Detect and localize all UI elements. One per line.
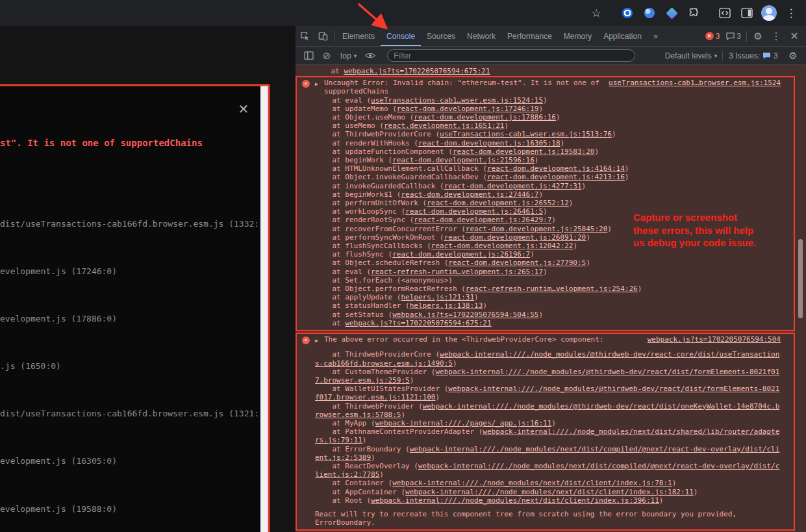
stack-text: at Object.useMemo ( (315, 113, 414, 121)
page-scrollbar[interactable] (260, 85, 268, 532)
source-link[interactable]: webpack-internal:///./node_modules/next/… (405, 488, 694, 496)
error-source-link[interactable]: webpack.js?ts=1702205076594:504 (648, 335, 781, 344)
stack-text: ) (625, 173, 629, 181)
tab-console[interactable]: Console (381, 26, 421, 46)
bookmark-star-icon[interactable]: ☆ (585, 2, 607, 24)
live-expression-eye-icon[interactable] (361, 52, 379, 59)
tab-network[interactable]: Network (461, 26, 501, 46)
extension-gem-glyph (666, 7, 677, 19)
source-link[interactable]: react-dom.development.js:4213:16 (487, 173, 625, 181)
devtools-settings-gear-icon[interactable]: ⚙ (749, 31, 767, 42)
source-link[interactable]: react.development.js:1651:21 (384, 121, 504, 130)
more-tabs-chevron[interactable]: » (648, 26, 664, 46)
tab-application[interactable]: Application (598, 26, 648, 46)
source-link[interactable]: react-dom.development.js:16305:18 (418, 139, 560, 147)
source-link[interactable]: react-dom.development.js:27790:5 (448, 259, 586, 267)
source-link[interactable]: webpack.js?ts=1702205076594:675:21 (345, 319, 491, 327)
devtools-close-icon[interactable]: ✕ (785, 30, 803, 42)
overlay-stack-frame[interactable]: evelopment.js (19588:0) (0, 504, 260, 532)
error-message: Uncaught Error: Invalid chain: "ethereum… (324, 79, 599, 95)
source-link[interactable]: react-dom.development.js:17246:19 (397, 105, 539, 113)
tab-sources[interactable]: Sources (421, 26, 461, 46)
device-toolbar-icon[interactable] (314, 26, 332, 46)
stack-frame: at flushSync (react-dom.development.js:2… (315, 250, 781, 259)
issues-counter[interactable]: 3 Issues: 3 (722, 51, 784, 60)
devtools-code-icon[interactable] (714, 2, 736, 24)
source-link[interactable]: react-dom.development.js:4164:14 (487, 164, 625, 173)
devtools-tabbar-right: ✕ 3 3 ⚙ ⋮ ✕ (702, 26, 806, 46)
clear-console-icon[interactable]: ⊘ (318, 50, 336, 62)
overlay-stack-frame[interactable]: evelopment.js (17886:0) (0, 314, 260, 361)
extension-analytics-icon[interactable] (638, 2, 661, 24)
extensions-puzzle-icon[interactable] (683, 2, 705, 24)
stack-text: ) (535, 156, 539, 164)
stack-text: ) (362, 436, 367, 444)
source-link[interactable]: helpers.js:138:13 (410, 301, 483, 310)
source-link[interactable]: react-refresh-runtim…velopment.js:254:26 (466, 285, 638, 293)
tab-elements[interactable]: Elements (336, 26, 381, 46)
source-link[interactable]: react-dom.development.js:17886:16 (414, 113, 556, 121)
source-link[interactable]: react-dom.development.js:26196:7 (392, 250, 530, 259)
console-messages: at webpack.js?ts=1702205076594:675:21 ✕ … (296, 65, 806, 532)
stack-frame: at PathnameContextProviderAdapter (webpa… (315, 427, 781, 444)
source-link[interactable]: react-dom.development.js:26091:20 (444, 233, 586, 242)
side-panel-icon[interactable] (736, 2, 758, 24)
error-source-link[interactable]: useTransactions-cab1…browser.esm.js:1524 (609, 79, 781, 87)
extension-gem-icon[interactable] (661, 2, 683, 24)
source-link[interactable]: useTransactions-cab1…wser.esm.js:1513:76 (440, 130, 612, 138)
stack-text: ) (556, 113, 560, 121)
source-link[interactable]: react-dom.development.js:27446:7 (401, 190, 538, 199)
source-link[interactable]: react-dom.development.js:4277:31 (444, 182, 582, 190)
source-link[interactable]: react-dom.development.js:25845:20 (466, 225, 608, 233)
overlay-error-text: st". It is not one of supportedChains (0, 138, 203, 148)
error-footer-text: React will try to recreate this componen… (315, 510, 781, 527)
tab-performance[interactable]: Performance (501, 26, 558, 46)
source-link[interactable]: helpers.js:121:31 (401, 293, 474, 301)
stack-frame: at flushSyncCallbacks (react-dom.develop… (315, 242, 781, 250)
overlay-close-icon[interactable]: ✕ (235, 101, 252, 118)
stack-text: at ThirdwebProviderCore ( (315, 130, 440, 138)
tab-memory[interactable]: Memory (558, 26, 598, 46)
source-link[interactable]: react-dom.development.js:26461:5 (405, 207, 543, 216)
source-link[interactable]: react-dom.development.js:26429:7 (414, 216, 551, 224)
source-link[interactable]: webpack-internal:///./pages/_app.js:16:1… (375, 419, 552, 427)
source-link[interactable]: webpack-internal:///./node_modules/next/… (392, 479, 672, 487)
stack-frame: at ThirdwebProvider (webpack-internal://… (315, 402, 781, 419)
source-link[interactable]: react-refresh-runtim…velopment.js:265:17 (371, 268, 543, 276)
console-settings-gear-icon[interactable]: ⚙ (784, 50, 802, 62)
source-link[interactable]: webpack-internal:///./node_modules/next/… (371, 496, 659, 505)
overlay-stack-frame[interactable]: evelopment.js (16305:0) (0, 456, 260, 503)
log-levels-dropdown[interactable]: Default levels ▾ (660, 51, 723, 60)
context-selector[interactable]: top ▾ (336, 51, 361, 60)
console-scrollbar[interactable] (798, 239, 803, 318)
overlay-stack-frame[interactable]: dist/useTransactions-cab166fd.browser.es… (0, 409, 260, 456)
overlay-stack-frame[interactable]: dist/useTransactions-cab166fd.browser.es… (0, 219, 260, 266)
console-sidebar-icon[interactable] (299, 51, 318, 60)
log-levels-label: Default levels (665, 51, 712, 60)
extension-record-icon[interactable] (616, 2, 638, 24)
overlay-stack-frame[interactable]: .js (1650:0) (0, 361, 260, 409)
stack-frame: at updateFunctionComponent (react-dom.de… (315, 147, 781, 156)
source-link[interactable]: react-dom.development.js:19583:20 (453, 147, 595, 156)
profile-avatar[interactable] (758, 2, 780, 24)
browser-menu-kebab-icon[interactable]: ⋮ (780, 2, 802, 24)
inspect-element-icon[interactable] (296, 26, 314, 46)
source-link[interactable]: react-dom.development.js:12042:22 (431, 242, 573, 250)
source-link[interactable]: useTransactions-cab1…wser.esm.js:1524:15 (371, 96, 543, 105)
error-count-badge[interactable]: ✕ 3 (705, 32, 720, 41)
overlay-stack-frame[interactable]: evelopment.js (17246:0) (0, 266, 260, 314)
console-filter-input[interactable] (387, 49, 635, 62)
stack-text: ) (672, 479, 677, 487)
source-link[interactable]: react-dom.development.js:21596:16 (392, 156, 535, 164)
stack-text: at PathnameContextProviderAdapter ( (315, 427, 483, 436)
expand-caret-icon[interactable]: ▶ (315, 335, 324, 345)
source-link[interactable]: react-dom.development.js:26552:12 (427, 199, 569, 207)
expand-caret-icon[interactable]: ▶ (315, 79, 324, 88)
stack-frame: at beginWork (react-dom.development.js:2… (315, 156, 781, 164)
stack-text: at eval ( (315, 96, 371, 105)
error-count: 3 (716, 32, 720, 41)
source-link[interactable]: webpack.js?ts=1702205076594:675:21 (344, 67, 490, 75)
source-link[interactable]: webpack.js?ts=1702205076594:504:55 (392, 310, 538, 319)
devtools-menu-kebab-icon[interactable]: ⋮ (767, 30, 785, 42)
message-count-badge[interactable]: 3 (726, 32, 741, 41)
